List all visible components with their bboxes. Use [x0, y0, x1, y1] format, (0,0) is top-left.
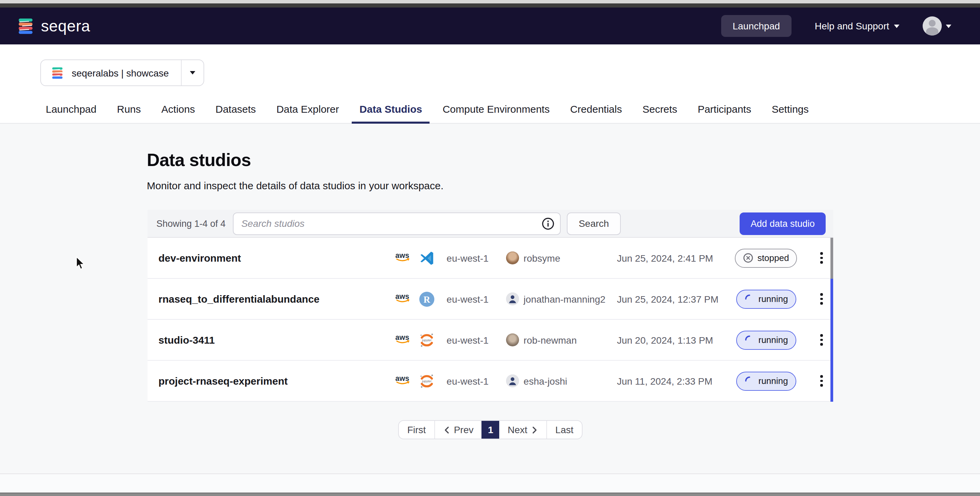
tab-settings[interactable]: Settings: [762, 96, 819, 123]
studio-name-link[interactable]: dev-environment: [158, 252, 393, 264]
user-avatar: [506, 375, 519, 388]
workspace-selector-toggle[interactable]: [181, 60, 204, 85]
chevron-right-icon: [531, 426, 538, 434]
studio-name-link[interactable]: project-rnaseq-experiment: [158, 375, 393, 387]
status-badge: stopped: [735, 248, 797, 268]
tab-label: Participants: [698, 103, 751, 115]
help-and-support-menu[interactable]: Help and Support: [815, 21, 899, 32]
status-label: running: [758, 335, 788, 345]
main-content: Data studios Monitor and inspect the det…: [0, 124, 980, 474]
tab-data-studios[interactable]: Data Studios: [349, 96, 432, 123]
user-avatar: [506, 333, 519, 346]
user-avatar-icon: [923, 16, 942, 35]
studios-table-card: Showing 1-4 of 4 Search Add data studio: [148, 210, 833, 402]
search-input[interactable]: [233, 212, 561, 235]
launchpad-button[interactable]: Launchpad: [721, 15, 792, 37]
running-spinner-icon: [744, 376, 754, 386]
tab-credentials[interactable]: Credentials: [560, 96, 632, 123]
row-menu-button[interactable]: [810, 335, 833, 346]
page-subtitle: Monitor and inspect the details of data …: [147, 180, 444, 191]
studio-name-link[interactable]: rnaseq_to_differentialabundance: [158, 293, 393, 305]
tab-actions[interactable]: Actions: [151, 96, 205, 123]
tab-label: Datasets: [215, 103, 256, 115]
person-icon: [506, 292, 519, 305]
pagination: First Prev 1 Next Last: [148, 420, 833, 439]
tab-runs[interactable]: Runs: [107, 96, 151, 123]
svg-text:aws: aws: [395, 374, 409, 382]
window-chrome-top-dark: [0, 3, 980, 8]
scrollbar-thumb[interactable]: [830, 238, 833, 279]
chevron-left-icon: [443, 426, 450, 434]
aws-icon: aws: [393, 250, 412, 265]
created-date: Jun 25, 2024, 12:37 PM: [617, 293, 732, 305]
info-icon[interactable]: [541, 216, 555, 231]
svg-text:aws: aws: [395, 292, 409, 300]
top-navbar: seqera Launchpad Help and Support: [0, 8, 980, 45]
help-and-support-label: Help and Support: [815, 21, 889, 32]
row-menu-button[interactable]: [810, 252, 833, 264]
window-chrome-bottom: [0, 493, 980, 496]
pagination-first[interactable]: First: [399, 421, 435, 439]
tab-data-explorer[interactable]: Data Explorer: [266, 96, 349, 123]
user-avatar: [506, 292, 519, 305]
table-row[interactable]: studio-3411 aws R: [148, 320, 833, 361]
tab-label: Settings: [772, 103, 808, 115]
created-date: Jun 11, 2024, 2:33 PM: [617, 375, 732, 386]
user-name: esha-joshi: [523, 375, 567, 386]
table-row[interactable]: dev-environment aws R: [148, 238, 833, 279]
running-spinner-icon: [744, 335, 754, 345]
status-label: stopped: [757, 253, 789, 263]
pagination-prev[interactable]: Prev: [435, 421, 482, 439]
tab-launchpad[interactable]: Launchpad: [35, 96, 107, 123]
svg-text:jupyter: jupyter: [422, 379, 432, 383]
results-count: Showing 1-4 of 4: [156, 218, 226, 228]
region-label: eu-west-1: [447, 375, 506, 386]
tab-label: Runs: [117, 103, 141, 115]
tab-datasets[interactable]: Datasets: [205, 96, 266, 123]
add-data-studio-button[interactable]: Add data studio: [740, 212, 826, 235]
workspace-name: seqeralabs | showcase: [72, 67, 169, 78]
search-button[interactable]: Search: [567, 212, 621, 235]
tab-label: Data Studios: [360, 103, 422, 115]
studio-name-link[interactable]: studio-3411: [158, 334, 393, 346]
user-menu[interactable]: [923, 16, 951, 35]
tab-participants[interactable]: Participants: [687, 96, 762, 123]
seqera-logo-icon: [16, 17, 35, 35]
user-avatar: [506, 251, 519, 265]
table-row[interactable]: project-rnaseq-experiment aws R: [148, 361, 833, 402]
tab-label: Secrets: [642, 103, 677, 115]
row-menu-button[interactable]: [810, 293, 833, 305]
workspace-header: seqeralabs | showcase Launchpad Runs Act…: [0, 45, 980, 124]
person-icon: [506, 375, 519, 388]
created-date: Jun 25, 2024, 2:41 PM: [617, 252, 732, 263]
pagination-current-page[interactable]: 1: [482, 421, 500, 439]
seqera-logo[interactable]: seqera: [16, 17, 90, 35]
aws-icon: aws: [393, 332, 412, 348]
tab-bar: Launchpad Runs Actions Datasets Data Exp…: [35, 96, 819, 123]
pagination-next[interactable]: Next: [500, 421, 547, 439]
vscode-icon: [418, 250, 435, 266]
user-name: jonathan-manning2: [523, 293, 605, 305]
pagination-last[interactable]: Last: [546, 421, 582, 439]
workspace-selector[interactable]: seqeralabs | showcase: [40, 59, 204, 86]
created-date: Jun 20, 2024, 1:13 PM: [617, 335, 732, 345]
pagination-next-label: Next: [508, 424, 528, 435]
scrollbar-accent: [830, 279, 833, 402]
chevron-down-icon: [946, 24, 951, 28]
status-label: running: [758, 376, 788, 386]
tab-label: Actions: [162, 103, 195, 115]
user-name: rob-newman: [523, 335, 577, 345]
aws-icon: aws: [393, 291, 412, 306]
row-menu-button[interactable]: [810, 375, 833, 387]
tab-label: Launchpad: [46, 103, 97, 115]
workspace-logo-icon: [51, 66, 64, 80]
aws-icon: aws: [393, 373, 412, 388]
status-label: running: [758, 294, 788, 304]
region-label: eu-west-1: [447, 293, 506, 305]
table-toolbar: Showing 1-4 of 4 Search Add data studio: [148, 210, 833, 238]
tab-secrets[interactable]: Secrets: [632, 96, 687, 123]
status-badge: running: [736, 289, 796, 308]
tab-compute-environments[interactable]: Compute Environments: [432, 96, 560, 123]
table-row[interactable]: rnaseq_to_differentialabundance aws R: [148, 279, 833, 320]
app-window: seqera Launchpad Help and Support: [0, 0, 980, 496]
